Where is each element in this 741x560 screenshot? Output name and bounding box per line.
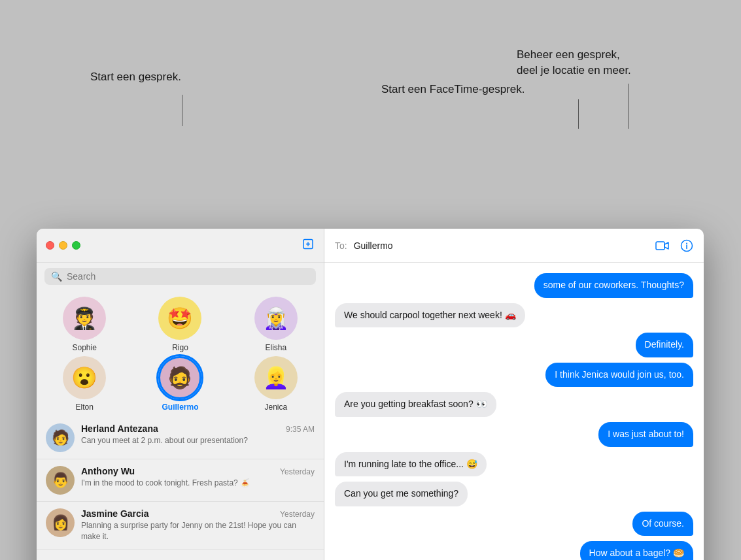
search-bar[interactable]: 🔍	[44, 268, 316, 285]
msg-row-7: Can you get me something?	[335, 482, 693, 506]
msg-bubble-2: Definitely.	[636, 333, 693, 357]
chat-panel: To: Guillermo	[324, 229, 704, 560]
minimize-button[interactable]	[59, 241, 67, 250]
to-label: To:	[335, 240, 347, 251]
msg-row-4: Are you getting breakfast soon? 👀	[335, 392, 693, 417]
conversation-list: 🧑 Herland Antezana 9:35 AM Can you meet …	[37, 417, 324, 560]
conversation-herland[interactable]: 🧑 Herland Antezana 9:35 AM Can you meet …	[37, 417, 324, 459]
conv-content-herland: Herland Antezana 9:35 AM Can you meet at…	[81, 423, 315, 446]
arrow-start-gesprek	[182, 95, 182, 126]
maximize-button[interactable]	[72, 241, 80, 250]
annotation-start-gesprek: Start een gesprek.	[90, 71, 181, 84]
label-jenica: Jenica	[264, 403, 287, 412]
avatar-herland: 🧑	[46, 423, 75, 452]
msg-bubble-5: I was just about to!	[598, 422, 693, 447]
svg-point-5	[686, 242, 687, 244]
avatar-rigo: 🤩	[158, 297, 201, 340]
msg-bubble-0: some of our coworkers. Thoughts?	[534, 273, 693, 298]
conv-preview-jasmine: Planning a surprise party for Jenny on t…	[81, 520, 315, 542]
msg-row-2: Definitely.	[335, 333, 693, 357]
conversation-anthony[interactable]: 👨 Anthony Wu Yesterday I'm in the mood t…	[37, 459, 324, 502]
close-button[interactable]	[46, 241, 54, 250]
chat-header-actions	[655, 239, 693, 252]
info-button[interactable]	[680, 239, 693, 252]
search-icon: 🔍	[51, 271, 62, 282]
search-input[interactable]	[67, 271, 309, 282]
svg-rect-3	[656, 242, 664, 250]
annotation-facetime: Start een FaceTime-gesprek.	[381, 83, 525, 96]
messages-area: some of our coworkers. Thoughts? We shou…	[324, 263, 704, 560]
msg-bubble-9: How about a bagel? 🥯	[580, 541, 693, 560]
pinned-contacts-row2: 😮 Elton 🧔 Guillermo 👱‍♀️	[37, 356, 324, 417]
msg-bubble-6: I'm running late to the office... 😅	[335, 452, 487, 477]
avatar-jasmine: 👩	[46, 508, 75, 537]
msg-bubble-7: Can you get me something?	[335, 482, 468, 506]
conv-content-anthony: Anthony Wu Yesterday I'm in the mood to …	[81, 466, 315, 489]
msg-row-0: some of our coworkers. Thoughts?	[335, 273, 693, 298]
msg-bubble-8: Of course.	[632, 512, 693, 536]
chat-recipient: Guillermo	[354, 240, 393, 251]
conv-name-anthony: Anthony Wu	[81, 466, 135, 476]
conv-preview-anthony: I'm in the mood to cook tonight. Fresh p…	[81, 478, 315, 489]
facetime-button[interactable]	[655, 240, 670, 251]
traffic-lights	[46, 241, 80, 250]
compose-button[interactable]	[302, 237, 315, 254]
conv-time-jasmine: Yesterday	[280, 510, 315, 519]
annotation-beheer: Beheer een gesprek,deel je locatie en me…	[517, 47, 631, 78]
conv-name-jasmine: Jasmine Garcia	[81, 508, 149, 519]
pinned-contact-guillermo[interactable]: 🧔 Guillermo	[154, 356, 206, 412]
msg-row-9: How about a bagel? 🥯	[335, 541, 693, 560]
conv-time-anthony: Yesterday	[280, 467, 315, 476]
msg-bubble-3: I think Jenica would join us, too.	[545, 363, 693, 387]
msg-bubble-1: We should carpool together next week! 🚗	[335, 303, 525, 328]
avatar-sophie: 🧑‍✈️	[63, 297, 106, 340]
app-window: 🔍 🧑‍✈️ Sophie 🤩 Rigo	[37, 124, 704, 555]
pinned-contact-rigo[interactable]: 🤩 Rigo	[154, 297, 206, 352]
msg-row-6: I'm running late to the office... 😅	[335, 452, 693, 477]
msg-row-5: I was just about to!	[335, 422, 693, 447]
conv-time-herland: 9:35 AM	[286, 425, 315, 434]
label-guillermo: Guillermo	[162, 403, 198, 412]
label-elton: Elton	[75, 403, 93, 412]
conversation-jasmine[interactable]: 👩 Jasmine Garcia Yesterday Planning a su…	[37, 502, 324, 550]
arrow-beheer	[628, 84, 629, 129]
msg-bubble-4: Are you getting breakfast soon? 👀	[335, 392, 496, 417]
label-rigo: Rigo	[172, 343, 188, 352]
avatar-guillermo: 🧔	[158, 356, 201, 399]
msg-row-3: I think Jenica would join us, too.	[335, 363, 693, 387]
label-sophie: Sophie	[72, 343, 96, 352]
pinned-contact-elton[interactable]: 😮 Elton	[58, 356, 111, 412]
pinned-contact-jenica[interactable]: 👱‍♀️ Jenica	[250, 356, 302, 412]
pinned-contacts-row1: 🧑‍✈️ Sophie 🤩 Rigo 🧝‍♀️	[37, 290, 324, 356]
conv-preview-herland: Can you meet at 2 p.m. about our present…	[81, 435, 315, 446]
msg-row-8: Of course.	[335, 512, 693, 536]
conv-name-herland: Herland Antezana	[81, 423, 158, 434]
label-elisha: Elisha	[265, 343, 286, 352]
avatar-elisha: 🧝‍♀️	[254, 297, 298, 340]
avatar-elton: 😮	[63, 356, 106, 399]
pinned-contact-sophie[interactable]: 🧑‍✈️ Sophie	[58, 297, 111, 352]
titlebar	[37, 229, 324, 263]
msg-row-1: We should carpool together next week! 🚗	[335, 303, 693, 328]
chat-header: To: Guillermo	[324, 229, 704, 263]
avatar-jenica: 👱‍♀️	[254, 356, 298, 399]
sidebar: 🔍 🧑‍✈️ Sophie 🤩 Rigo	[37, 229, 324, 560]
conv-content-jasmine: Jasmine Garcia Yesterday Planning a surp…	[81, 508, 315, 542]
pinned-contact-elisha[interactable]: 🧝‍♀️ Elisha	[250, 297, 302, 352]
avatar-anthony: 👨	[46, 466, 75, 495]
